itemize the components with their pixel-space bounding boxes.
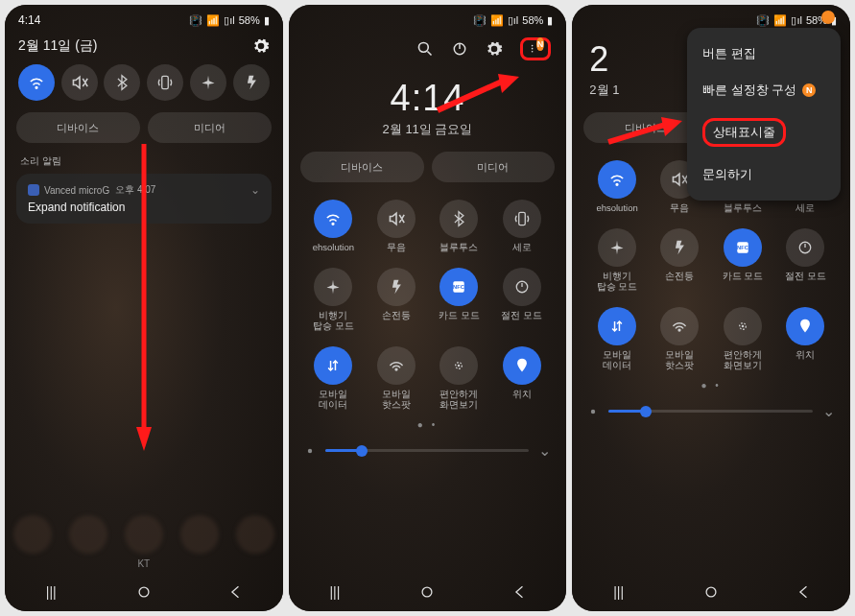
svg-marker-21 (661, 117, 682, 136)
page-indicator: ● • (572, 370, 850, 396)
nav-recents[interactable]: ||| (600, 584, 638, 600)
brightness-slider[interactable]: ⌄ (572, 396, 850, 424)
wifi-icon: 📶 (490, 14, 504, 27)
qs-tile-mute[interactable]: 무음 (365, 200, 427, 252)
power-icon[interactable] (451, 40, 468, 58)
qs-tile-data[interactable]: 모바일 데이터 (302, 346, 365, 410)
menu-item-statusbar[interactable]: 상태표시줄 (687, 108, 841, 156)
nav-home[interactable] (125, 583, 163, 601)
qs-tile-data[interactable]: 모바일 데이터 (585, 307, 648, 370)
qs-tile-flash[interactable]: 손전등 (649, 228, 711, 292)
nav-back[interactable] (501, 583, 539, 601)
qs-tile-label: 모바일 데이터 (603, 350, 631, 370)
menu-item-quick[interactable]: 빠른 설정창 구성N (687, 72, 841, 108)
qs-tile-nfc[interactable]: 카드 모드 (711, 228, 773, 292)
qs-tile-wifi[interactable]: ehsolution (585, 160, 648, 213)
nav-bar: ||| (572, 573, 850, 611)
qs-rotate[interactable] (147, 64, 183, 101)
svg-marker-14 (136, 427, 152, 451)
svg-point-15 (139, 587, 149, 597)
qs-tile-label: 모바일 핫스팟 (665, 350, 694, 370)
qs-tile-loc[interactable]: 위치 (774, 307, 837, 370)
qs-tile-eye[interactable]: 편안하게 화면보기 (428, 346, 490, 410)
nav-back[interactable] (217, 583, 255, 601)
search-icon[interactable] (416, 40, 434, 58)
sun-icon (304, 445, 316, 457)
device-pill[interactable]: 디바이스 (16, 112, 140, 143)
chevron-down-icon[interactable]: ⌄ (250, 183, 260, 197)
wifi-icon (598, 160, 636, 199)
signal-icon: ▯ıl (224, 14, 235, 27)
qs-tile-loc[interactable]: 위치 (490, 346, 553, 410)
nav-home[interactable] (408, 583, 446, 601)
qs-tile-label: 손전등 (665, 272, 694, 281)
qs-tile-label: 편안하게 화면보기 (439, 390, 478, 410)
qs-tile-power[interactable]: 절전 모드 (774, 228, 837, 292)
phone-panel-3: 📳 📶 ▯ıl 58% ▮ 버튼 편집빠른 설정창 구성N상태표시줄문의하기 2… (572, 5, 850, 611)
settings-icon[interactable] (252, 37, 270, 55)
power-icon (786, 228, 824, 267)
nav-back[interactable] (785, 583, 823, 601)
battery-icon: ▮ (264, 14, 270, 27)
vibrate-icon: 📳 (189, 14, 202, 27)
qs-tile-label: ehsolution (313, 243, 354, 252)
nav-recents[interactable]: ||| (316, 584, 354, 600)
mute-icon (377, 200, 416, 238)
wifi-icon: 📶 (773, 14, 787, 27)
power-icon (503, 268, 541, 306)
qs-flashlight[interactable] (233, 64, 270, 101)
chevron-down-icon[interactable]: ⌄ (822, 402, 835, 420)
nav-recents[interactable]: ||| (32, 584, 70, 600)
data-icon (598, 307, 636, 345)
qs-tile-rotate[interactable]: 세로 (490, 200, 553, 252)
qs-tile-label: 블루투스 (439, 243, 478, 252)
dock-shadow (5, 515, 283, 554)
qs-tile-hotspot[interactable]: 모바일 핫스팟 (365, 346, 427, 410)
qs-tile-bt[interactable]: 블루투스 (428, 200, 490, 252)
qs-tile-hotspot[interactable]: 모바일 핫스팟 (649, 307, 711, 370)
quick-settings-row (5, 64, 283, 112)
carrier-label: KT (5, 558, 283, 569)
qs-tile-label: 비행기 탑승 모드 (313, 311, 354, 331)
qs-tile-label: 세로 (796, 203, 815, 213)
svg-point-18 (307, 449, 311, 453)
hotspot-icon (660, 307, 699, 345)
qs-tile-nfc[interactable]: 카드 모드 (428, 268, 490, 331)
qs-tile-label: 세로 (512, 243, 532, 252)
qs-tile-eye[interactable]: 편안하게 화면보기 (711, 307, 773, 370)
qs-tile-label: 편안하게 화면보기 (724, 350, 762, 370)
qs-tile-label: 위치 (512, 390, 532, 399)
sun-icon (587, 406, 599, 417)
nav-bar: ||| (5, 573, 283, 611)
loc-icon (503, 346, 541, 385)
media-pill[interactable]: 미디어 (148, 112, 272, 143)
qs-tile-label: 카드 모드 (439, 311, 480, 320)
qs-mute[interactable] (61, 64, 98, 101)
signal-icon: ▯ıl (791, 14, 802, 27)
media-pill[interactable]: 미디어 (432, 152, 556, 182)
qs-bluetooth[interactable] (104, 64, 140, 101)
panel-date: 2월 11일 (금) (18, 37, 252, 55)
qs-tile-flash[interactable]: 손전등 (365, 268, 427, 331)
qs-tile-label: 카드 모드 (723, 272, 764, 281)
qs-wifi[interactable] (18, 64, 55, 101)
menu-item-contact[interactable]: 문의하기 (687, 156, 841, 193)
qs-tile-wifi[interactable]: ehsolution (302, 200, 365, 252)
menu-item-edit[interactable]: 버튼 편집 (687, 36, 841, 72)
more-icon[interactable]: N (527, 40, 544, 58)
status-bar: 📳 📶 ▯ıl 58% ▮ (289, 5, 567, 32)
qs-tile-power[interactable]: 절전 모드 (490, 268, 553, 331)
qs-tile-label: ehsolution (596, 203, 637, 213)
brightness-slider[interactable]: ⌄ (289, 436, 567, 463)
tutorial-arrow-right (433, 72, 519, 120)
qs-tile-airplane[interactable]: 비행기 탑승 모드 (302, 268, 365, 331)
qs-airplane[interactable] (190, 64, 226, 101)
notif-app-icon (28, 184, 39, 196)
settings-icon[interactable] (486, 40, 503, 58)
svg-point-22 (591, 410, 595, 414)
chevron-down-icon[interactable]: ⌄ (538, 441, 551, 460)
nav-home[interactable] (692, 583, 730, 601)
device-pill[interactable]: 디바이스 (300, 152, 424, 182)
qs-tile-airplane[interactable]: 비행기 탑승 모드 (585, 228, 648, 292)
highlight-box: 상태표시줄 (702, 118, 786, 147)
